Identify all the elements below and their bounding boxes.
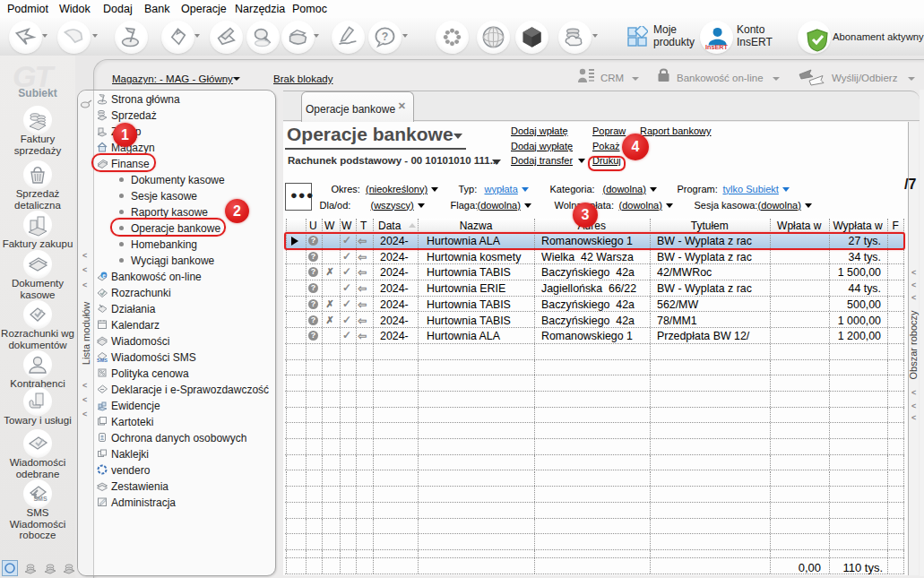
svg-text:InsERT: InsERT bbox=[705, 43, 729, 50]
svg-text:?: ? bbox=[382, 30, 388, 43]
svg-text:SMS: SMS bbox=[97, 358, 108, 363]
svg-text:SMS: SMS bbox=[33, 496, 47, 502]
svg-text:e: e bbox=[102, 272, 106, 278]
